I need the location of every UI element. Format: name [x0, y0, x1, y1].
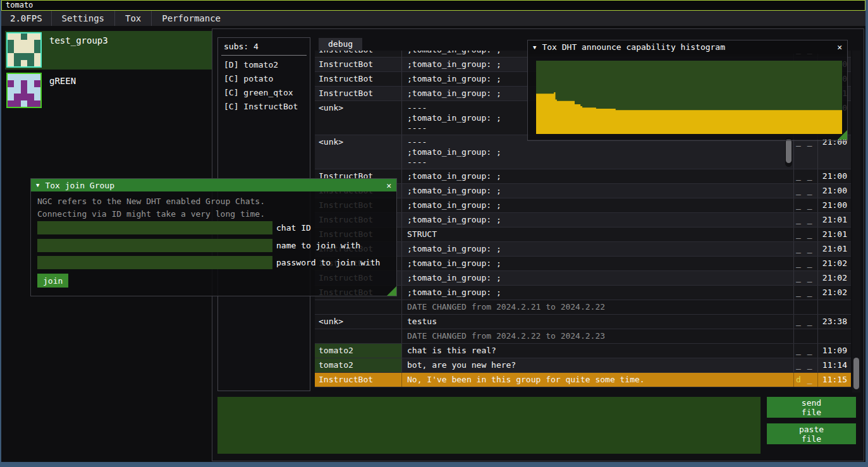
message-text: STRUCT	[402, 227, 794, 241]
join-name-field[interactable]	[37, 239, 272, 252]
group-item-gREEN[interactable]: gREEN	[5, 71, 212, 110]
delivery-status: _ _	[794, 286, 818, 300]
menu-item-settings[interactable]: Settings	[51, 11, 114, 26]
sender-name: <unk>	[315, 101, 402, 135]
system-row[interactable]: DATE CHANGED from 2024.2.21 to 2024.2.22	[315, 300, 851, 315]
group-item-test_group3[interactable]: test_group3	[5, 31, 212, 70]
join-button[interactable]: join	[37, 274, 68, 288]
sender-name: InstructBot	[315, 72, 402, 86]
system-row[interactable]: DATE CHANGED from 2024.2.22 to 2024.2.23	[315, 329, 851, 344]
message-time: 23:38	[818, 315, 851, 329]
subs-count: subs: 4	[218, 38, 310, 54]
group-avatar	[6, 32, 42, 68]
message-text: ;tomato_in_group: ;	[402, 184, 794, 198]
dht-histogram-titlebar[interactable]: ▼ Tox DHT announce capability histogram …	[528, 40, 847, 54]
message-time: 21:01	[818, 242, 851, 256]
message-text: No, I've been in this group for quite so…	[402, 373, 794, 387]
menu-bar: 2.0FPS SettingsToxPerformance	[1, 11, 865, 26]
menu-items: SettingsToxPerformance	[51, 11, 231, 26]
delivery-status: _ _	[794, 227, 818, 241]
delivery-status: _ _	[794, 315, 818, 329]
join-name-label: name to join with	[276, 241, 360, 250]
menu-item-performance[interactable]: Performance	[151, 11, 231, 26]
group-name: gREEN	[49, 76, 76, 86]
collapse-arrow-icon[interactable]: ▼	[533, 44, 536, 51]
menu-item-tox[interactable]: Tox	[114, 11, 151, 26]
delivery-status: _ _	[794, 242, 818, 256]
group-avatar	[6, 73, 42, 108]
delivery-status: _ _	[794, 358, 818, 372]
collapse-arrow-icon[interactable]: ▼	[36, 182, 39, 188]
message-text: ;tomato_in_group: ;	[402, 198, 794, 212]
message-text: ;tomato_in_group: ;	[402, 257, 794, 270]
join-group-titlebar[interactable]: ▼ Tox join Group ✕	[31, 179, 396, 191]
dht-histogram-window: ▼ Tox DHT announce capability histogram …	[527, 40, 848, 141]
member-list: [D] tomato2[C] potato[C] green_qtox[C] I…	[218, 58, 310, 114]
message-text: ;tomato_in_group: ;	[402, 271, 794, 285]
send-file-button[interactable]: sendfile	[767, 397, 856, 418]
message-input[interactable]	[217, 397, 761, 454]
sender-name: InstructBot	[315, 373, 402, 387]
delivery-status: _ _	[794, 257, 818, 270]
delivery-status: _ _	[794, 271, 818, 285]
ngc-info-line2: Connecting via ID might take a very long…	[37, 209, 265, 219]
delivery-status: _ _	[794, 198, 818, 212]
message-scrollbar[interactable]	[785, 137, 792, 167]
sender-name	[315, 329, 402, 343]
message-time: 21:00	[818, 169, 851, 183]
tab-debug[interactable]: debug	[319, 38, 362, 51]
member-item[interactable]: [C] InstructBot	[218, 100, 310, 114]
chat-row[interactable]: InstructBotNo, I've been in this group f…	[315, 373, 851, 387]
sender-name: InstructBot	[315, 87, 402, 100]
message-text: testus	[402, 315, 794, 329]
ngc-info-line1: NGC refers to the New DHT enabled Group …	[37, 197, 265, 206]
chat-scrollbar[interactable]	[852, 51, 860, 392]
window-border-left	[0, 0, 1, 467]
histogram-area-series	[536, 61, 842, 134]
message-time: 21:00	[818, 184, 851, 198]
join-group-title: Tox join Group	[45, 181, 114, 190]
os-title-bar: tomato	[1, 0, 865, 11]
chat-scrollbar-thumb[interactable]	[853, 358, 859, 389]
sender-name: InstructBot	[315, 51, 402, 57]
paste-file-button[interactable]: pastefile	[767, 423, 856, 444]
app-window: tomato 2.0FPS SettingsToxPerformance tes…	[0, 0, 868, 467]
message-time: 11:14	[818, 358, 851, 372]
message-time: 21:02	[818, 257, 851, 270]
join-password-label: password to join with	[276, 258, 380, 267]
delivery-status	[794, 300, 818, 314]
message-scrollbar-thumb[interactable]	[786, 139, 792, 163]
fps-indicator: 2.0FPS	[1, 11, 51, 26]
sender-name: <unk>	[315, 135, 402, 169]
delivery-status: d _	[794, 373, 818, 387]
chat-row[interactable]: tomato2bot, are you new here?_ _11:14	[315, 358, 851, 373]
message-time: 21:02	[818, 286, 851, 300]
member-item[interactable]: [D] tomato2	[218, 58, 310, 72]
chat-row[interactable]: tomato2chat is this real?_ _11:09	[315, 344, 851, 358]
chat-id-field[interactable]	[37, 221, 272, 234]
resize-grip-icon[interactable]	[387, 286, 396, 296]
sender-name	[315, 300, 402, 314]
delivery-status: _ _	[794, 169, 818, 183]
member-item[interactable]: [C] green_qtox	[218, 86, 310, 100]
message-time: 11:09	[818, 344, 851, 358]
message-text: DATE CHANGED from 2024.2.22 to 2024.2.23	[402, 329, 794, 343]
sender-name: InstructBot	[315, 58, 402, 71]
message-time	[818, 300, 851, 314]
member-item[interactable]: [C] potato	[218, 72, 310, 86]
close-icon[interactable]: ✕	[837, 42, 842, 52]
join-password-field[interactable]	[37, 256, 272, 269]
delivery-status: _ _	[794, 344, 818, 358]
message-text: chat is this real?	[402, 344, 794, 358]
group-name: test_group3	[49, 35, 108, 45]
message-text: ;tomato_in_group: ;	[402, 242, 794, 256]
close-icon[interactable]: ✕	[386, 181, 391, 190]
message-time	[818, 329, 851, 343]
sender-name: tomato2	[315, 344, 402, 358]
histogram-plot	[536, 61, 842, 134]
chat-row[interactable]: <unk>testus_ _23:38	[315, 315, 851, 329]
resize-grip-icon[interactable]	[838, 130, 847, 140]
sender-name: <unk>	[315, 315, 402, 329]
message-time: 11:15	[818, 373, 851, 387]
delivery-status: _ _	[794, 213, 818, 227]
